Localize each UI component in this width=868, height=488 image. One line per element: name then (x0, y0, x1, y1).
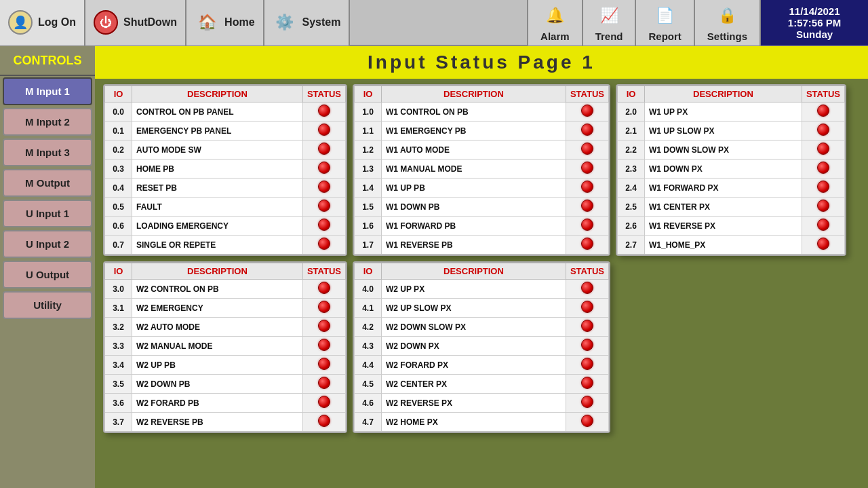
io-number: 2.0 (618, 102, 645, 121)
io-number: 4.7 (355, 413, 382, 432)
table-row: 4.1W2 UP SLOW PX (355, 299, 609, 318)
alarm-icon: 🔔 (542, 3, 567, 28)
description: SINGLE OR REPETE (132, 236, 303, 255)
shutdown-button[interactable]: ⏻ ShutDown (85, 0, 186, 45)
table-row: 4.3W2 DOWN PX (355, 337, 609, 356)
table-row: 1.0W1 CONTROL ON PB (355, 102, 609, 121)
description: W1 FORWARD PX (645, 179, 802, 198)
system-icon: ⚙️ (273, 10, 297, 35)
status-cell (566, 102, 608, 121)
status-dot (318, 301, 330, 313)
description: LOADING EMERGENCY (132, 217, 303, 236)
status-cell (802, 217, 844, 236)
report-button[interactable]: 📄 Report (635, 0, 693, 45)
status-cell (802, 140, 844, 159)
io-number: 2.3 (618, 159, 645, 179)
io-number: 2.6 (618, 217, 645, 236)
table3-col-desc: DESCRIPTION (645, 86, 802, 102)
system-button[interactable]: ⚙️ System (264, 0, 351, 45)
table-row: 0.3HOME PB (105, 159, 346, 179)
status-dot (318, 358, 330, 370)
sidebar-item-uoutput[interactable]: U Output (3, 261, 92, 288)
table-row: 0.6LOADING EMERGENCY (105, 217, 346, 236)
sidebar-item-uinput1[interactable]: U Input 1 (3, 200, 92, 227)
status-cell (802, 236, 844, 255)
table-row: 4.4W2 FORARD PX (355, 356, 609, 375)
sidebar-item-minput3[interactable]: M Input 3 (3, 138, 92, 166)
table4-col-io: IO (105, 263, 132, 280)
table-row: 2.3W1 DOWN PX (618, 159, 845, 179)
status-dot (817, 162, 829, 174)
table-row: 2.1W1 UP SLOW PX (618, 121, 845, 140)
settings-label: Settings (707, 31, 747, 42)
table-row: 3.6W2 FORARD PB (105, 394, 346, 413)
io-table-3: IO DESCRIPTION STATUS 2.0W1 UP PX2.1W1 U… (616, 84, 846, 256)
description: W2 DOWN PX (382, 337, 566, 356)
status-cell (302, 198, 345, 217)
io-table-2: IO DESCRIPTION STATUS 1.0W1 CONTROL ON P… (353, 84, 610, 256)
status-dot (817, 124, 829, 136)
status-dot (581, 339, 593, 351)
description: W1 CONTROL ON PB (382, 102, 566, 121)
home-button[interactable]: 🏠 Home (186, 0, 264, 45)
status-dot (817, 200, 829, 212)
description: W1 AUTO MODE (382, 140, 566, 159)
table-row: 1.7W1 REVERSE PB (355, 236, 609, 255)
sidebar-item-moutput[interactable]: M Output (3, 169, 92, 197)
table1-col-io: IO (105, 86, 132, 102)
status-dot (581, 105, 593, 117)
status-dot (318, 162, 330, 174)
description: W1 UP SLOW PX (645, 121, 802, 140)
description: W2 CONTROL ON PB (132, 280, 303, 299)
shutdown-icon: ⏻ (94, 10, 118, 35)
description: W1 FORWARD PB (382, 217, 566, 236)
description: HOME PB (132, 159, 303, 179)
io-table-1: IO DESCRIPTION STATUS 0.0CONTROL ON PB P… (103, 84, 347, 256)
description: FAULT (132, 198, 303, 217)
table-row: 2.2W1 DOWN SLOW PX (618, 140, 845, 159)
description: W1 DOWN PB (382, 198, 566, 217)
table4: IO DESCRIPTION STATUS 3.0W2 CONTROL ON P… (104, 263, 346, 432)
table3-col-io: IO (618, 86, 645, 102)
description: W2 HOME PX (382, 413, 566, 432)
status-cell (302, 394, 345, 413)
status-dot (581, 396, 593, 408)
status-dot (318, 105, 330, 117)
status-dot (581, 219, 593, 231)
io-number: 3.3 (105, 337, 132, 356)
settings-button[interactable]: 🔒 Settings (694, 0, 760, 45)
table2-col-desc: DESCRIPTION (382, 86, 566, 102)
table-row: 0.0CONTROL ON PB PANEL (105, 102, 346, 121)
shutdown-label: ShutDown (123, 16, 177, 29)
description: W1 MANUAL MODE (382, 159, 566, 179)
io-number: 4.4 (355, 356, 382, 375)
sidebar-item-utility[interactable]: Utility (3, 291, 92, 319)
table5: IO DESCRIPTION STATUS 4.0W2 UP PX4.1W2 U… (354, 263, 609, 432)
status-cell (302, 217, 345, 236)
status-cell (566, 299, 608, 318)
status-cell (302, 356, 345, 375)
status-cell (302, 140, 345, 159)
sidebar-item-minput1[interactable]: M Input 1 (3, 77, 92, 105)
table-row: 1.2W1 AUTO MODE (355, 140, 609, 159)
io-number: 4.6 (355, 394, 382, 413)
table-row: 1.4W1 UP PB (355, 179, 609, 198)
status-dot (318, 124, 330, 136)
status-dot (318, 377, 330, 389)
trend-button[interactable]: 📈 Trend (582, 0, 635, 45)
trend-icon: 📈 (597, 3, 621, 28)
io-number: 3.2 (105, 318, 132, 337)
table-row: 0.7SINGLE OR REPETE (105, 236, 346, 255)
description: W2 EMERGENCY (132, 299, 303, 318)
sidebar-item-uinput2[interactable]: U Input 2 (3, 230, 92, 258)
table4-col-desc: DESCRIPTION (132, 263, 303, 280)
status-dot (581, 377, 593, 389)
alarm-button[interactable]: 🔔 Alarm (527, 0, 582, 45)
logon-button[interactable]: 👤 Log On (0, 0, 85, 45)
status-dot (318, 181, 330, 193)
status-cell (802, 179, 844, 198)
sidebar-item-minput2[interactable]: M Input 2 (3, 108, 92, 136)
table-row: 1.5W1 DOWN PB (355, 198, 609, 217)
table-row: 0.5FAULT (105, 198, 346, 217)
status-cell (566, 159, 608, 179)
